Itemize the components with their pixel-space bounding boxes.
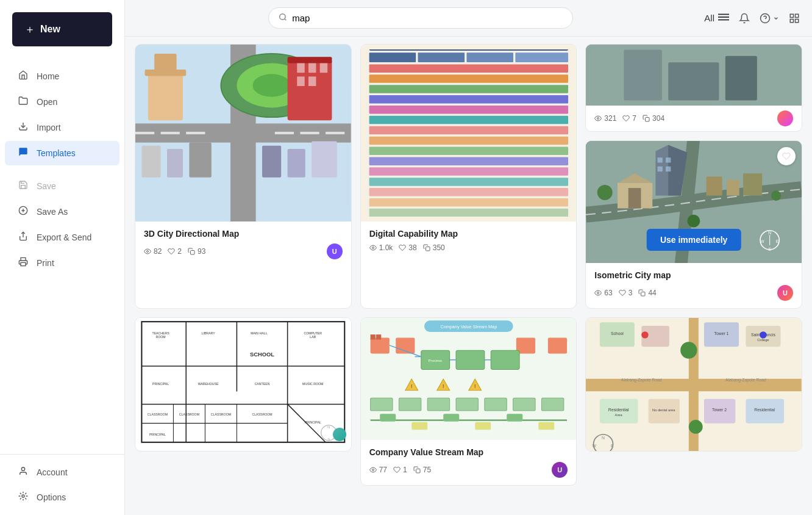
svg-rect-87 [629, 188, 641, 208]
sidebar-item-home[interactable]: Home [5, 64, 119, 88]
svg-text:E: E [611, 444, 614, 448]
svg-text:!: ! [474, 383, 475, 389]
svg-rect-83 [658, 167, 663, 171]
isometric-likes: 3 [619, 289, 633, 297]
svg-point-195 [680, 342, 697, 358]
stream-avatar: U [552, 462, 568, 478]
svg-point-76 [372, 247, 374, 249]
capability-copies: 350 [423, 243, 445, 252]
help-button[interactable] [760, 13, 779, 24]
3d-city-likes: 2 [168, 247, 182, 256]
svg-rect-139 [376, 334, 381, 339]
svg-rect-84 [666, 167, 671, 171]
svg-text:MUSIC ROOM: MUSIC ROOM [302, 382, 323, 386]
3d-city-svg [135, 45, 351, 221]
svg-rect-158 [399, 398, 421, 411]
sidebar-item-open[interactable]: Open [5, 90, 119, 114]
filter-lines-icon [718, 13, 729, 23]
card-school[interactable]: TEACHERS ROOM LIBRARY MAIN HALL COMPUTER… [135, 317, 352, 452]
search-icon [279, 13, 287, 23]
svg-rect-70 [369, 167, 568, 176]
sidebar-item-templates[interactable]: Templates [5, 141, 119, 165]
card-3d-city[interactable]: 3D City Directional Map 82 2 [135, 44, 352, 309]
svg-text:LAB: LAB [310, 335, 316, 339]
svg-rect-90 [743, 173, 762, 195]
sidebar-item-account[interactable]: Account [5, 460, 119, 484]
all-filter-label: All [704, 13, 714, 23]
all-filter[interactable]: All [704, 13, 729, 23]
svg-text:PRINCIPAL: PRINCIPAL [152, 382, 169, 386]
svg-rect-134 [361, 318, 577, 440]
svg-rect-159 [427, 398, 449, 411]
stream-likes: 1 [393, 466, 407, 474]
svg-rect-157 [370, 398, 392, 411]
bell-button[interactable] [739, 13, 750, 24]
sidebar-label-export: Export & Send [37, 232, 91, 242]
print-icon [17, 257, 29, 269]
svg-text:College: College [758, 338, 769, 342]
svg-text:CLASSROOM: CLASSROOM [252, 412, 272, 416]
svg-rect-39 [288, 57, 332, 63]
svg-line-7 [285, 19, 287, 21]
svg-point-93 [771, 190, 782, 201]
svg-rect-52 [191, 251, 195, 255]
svg-text:MAIN HALL: MAIN HALL [251, 331, 268, 335]
new-button[interactable]: ＋ New [12, 12, 112, 46]
svg-rect-31 [326, 132, 344, 134]
card-stream-title: Company Value Stream Map [369, 447, 568, 457]
svg-text:S: S [769, 247, 772, 252]
svg-text:CLASSROOM: CLASSROOM [148, 412, 168, 416]
card-capability[interactable]: Higher Education Digital Capability Fram… [360, 44, 577, 309]
svg-rect-64 [369, 106, 568, 114]
sidebar-item-save[interactable]: Save [5, 174, 119, 198]
card-isometric-city[interactable]: N S W E Use immediately Isometric City m… [585, 140, 802, 309]
svg-rect-45 [141, 146, 160, 178]
card-capability-wrapper: Higher Education Digital Capability Fram… [360, 44, 577, 309]
svg-rect-161 [484, 398, 506, 411]
new-label: New [40, 24, 60, 35]
svg-rect-3 [21, 262, 26, 265]
svg-text:ROOM: ROOM [156, 335, 166, 339]
header-actions: All [704, 13, 800, 24]
sidebar-item-export[interactable]: Export & Send [5, 225, 119, 250]
svg-rect-71 [369, 178, 568, 186]
svg-rect-74 [369, 209, 568, 217]
favorite-button[interactable] [777, 147, 796, 165]
svg-text:W: W [760, 239, 764, 244]
content-area: All [125, 0, 812, 515]
svg-point-171 [372, 469, 374, 471]
grid-button[interactable] [789, 13, 800, 24]
stream-copies: 75 [413, 466, 431, 474]
search-input[interactable] [292, 13, 563, 23]
svg-text:COMPUTER: COMPUTER [304, 331, 322, 335]
sidebar-item-import[interactable]: Import [5, 115, 119, 140]
svg-rect-29 [275, 132, 294, 134]
header-bar: All [125, 0, 812, 37]
card-cartoon[interactable]: Alabang-Zapote Road Alabang-Zapote Road … [585, 317, 802, 452]
card-isometric-thumb: N S W E Use immediately [586, 141, 802, 263]
svg-text:!: ! [411, 383, 412, 389]
sidebar-item-options[interactable]: Options [5, 485, 119, 510]
svg-rect-162 [513, 398, 535, 411]
card-partial-top[interactable]: 321 7 304 [585, 44, 802, 132]
svg-text:No dental area: No dental area [652, 408, 675, 412]
svg-rect-20 [725, 56, 757, 101]
svg-rect-145 [456, 350, 485, 369]
use-immediately-button[interactable]: Use immediately [647, 229, 741, 251]
svg-point-100 [597, 292, 599, 294]
sidebar-item-save-as[interactable]: Save As [5, 200, 119, 224]
card-isometric-city-wrapper: N S W E Use immediately Isometric City m… [585, 140, 802, 309]
card-capability-meta: 1.0k 38 350 [369, 243, 568, 252]
svg-rect-30 [300, 132, 319, 134]
sidebar-label-home: Home [37, 71, 59, 81]
svg-rect-65 [369, 116, 568, 124]
svg-rect-146 [491, 350, 519, 369]
svg-text:S: S [602, 451, 605, 452]
card-copies: 304 [643, 114, 664, 123]
card-stream[interactable]: Company Value Stream Map Process [360, 317, 577, 486]
3d-city-avatar: U [327, 243, 343, 259]
svg-rect-101 [641, 292, 646, 297]
svg-rect-68 [369, 147, 568, 156]
sidebar-item-print[interactable]: Print [5, 251, 119, 275]
svg-rect-34 [154, 54, 176, 74]
